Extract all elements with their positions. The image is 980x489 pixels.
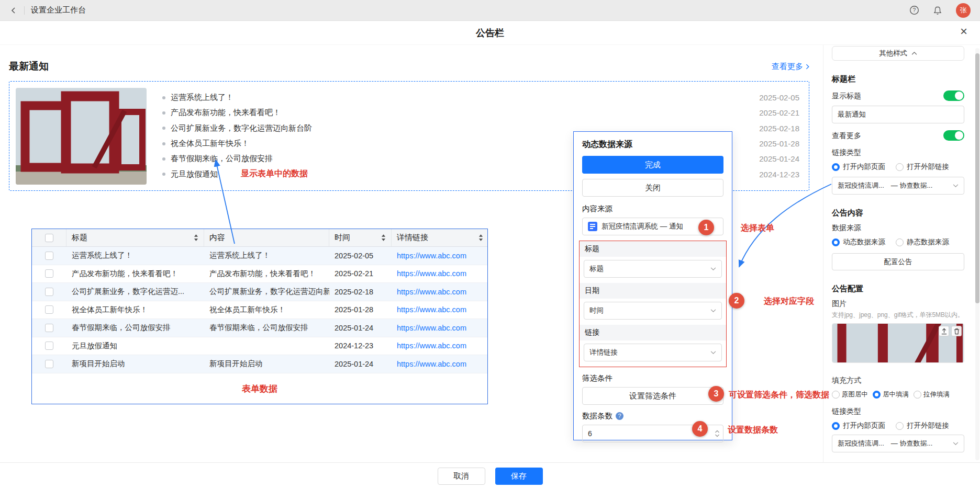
data-source-radios: 动态数据来源 静态数据来源 (832, 237, 964, 247)
row-checkbox[interactable] (45, 269, 53, 278)
cell-content (204, 337, 329, 355)
table-row[interactable]: 新项目开始启动新项目开始启动2025-01-24https://www.abc.… (32, 355, 487, 373)
field-date-select[interactable]: 时间 (584, 302, 722, 320)
radio-fill-center-original[interactable]: 原图居中 (832, 390, 868, 399)
radio-fill-stretch[interactable]: 拉伸填满 (914, 390, 950, 399)
scrollbar-thumb[interactable] (975, 53, 979, 303)
settings-sidebar: 其他样式 标题栏 显示标题 查看更多 链接类型 打开内部页面 打开外部链接 新冠… (823, 45, 973, 462)
radio-off-icon (832, 391, 840, 399)
data-source-label: 数据来源 (832, 223, 964, 232)
cell-link[interactable]: https://www.abc.com (392, 319, 488, 337)
row-checkbox[interactable] (45, 288, 53, 296)
radio-dynamic-source[interactable]: 动态数据来源 (832, 237, 885, 247)
header-content-label: 内容 (209, 233, 225, 243)
show-title-toggle[interactable] (943, 90, 964, 101)
internal-page-select-2[interactable]: 新冠疫情流调... — 协查数据... (832, 435, 964, 452)
radio-open-external[interactable]: 打开外部链接 (896, 162, 949, 172)
sort-icon[interactable] (381, 234, 386, 241)
row-checkbox[interactable] (45, 252, 53, 260)
notice-date: 2025-02-05 (759, 93, 799, 102)
help-icon[interactable]: ? (909, 5, 919, 15)
close-button[interactable]: 关闭 (582, 179, 723, 197)
topbar-right: ? 张 (909, 3, 971, 18)
view-more-link[interactable]: 查看更多 (772, 62, 809, 72)
delete-icon[interactable] (951, 326, 962, 336)
notice-title: 最新通知 (9, 60, 49, 73)
save-button[interactable]: 保存 (495, 468, 543, 485)
radio-static-source[interactable]: 静态数据来源 (896, 237, 949, 247)
radio-on-icon (832, 163, 840, 171)
avatar[interactable]: 张 (956, 3, 971, 18)
content-source-value: 新冠疫情流调系统 — 通知 (602, 222, 683, 231)
radio-label: 打开内部页面 (843, 421, 885, 430)
notice-item[interactable]: 运营系统上线了！2025-02-05 (162, 93, 799, 103)
sort-icon[interactable] (194, 234, 198, 241)
cell-time: 2025-01-24 (329, 319, 392, 337)
cell-link[interactable]: https://www.abc.com (392, 247, 488, 265)
table-row[interactable]: 祝全体员工新年快乐！祝全体员工新年快乐！2025-01-28https://ww… (32, 301, 487, 320)
bell-icon[interactable] (933, 6, 942, 15)
radio-fill-center-full[interactable]: 居中填满 (873, 390, 909, 399)
notice-date: 2025-02-18 (759, 124, 799, 133)
radio-open-external-2[interactable]: 打开外部链接 (896, 421, 949, 430)
cell-link[interactable]: https://www.abc.com (392, 283, 488, 301)
radio-label: 静态数据来源 (907, 237, 949, 247)
cell-link[interactable]: https://www.abc.com (392, 301, 488, 319)
row-checkbox[interactable] (45, 360, 53, 368)
set-filter-button[interactable]: 设置筛选条件 (582, 387, 723, 405)
done-button[interactable]: 完成 (582, 156, 723, 174)
table-row[interactable]: 运营系统上线了！运营系统上线了！2025-02-05https://www.ab… (32, 247, 487, 265)
chevron-down-icon (710, 351, 716, 355)
view-more-label: 查看更多 (772, 62, 803, 72)
cell-title: 新项目开始启动 (66, 355, 204, 373)
row-checkbox[interactable] (45, 305, 53, 314)
field-title-select[interactable]: 标题 (584, 260, 722, 278)
radio-open-internal-2[interactable]: 打开内部页面 (832, 421, 885, 430)
notice-image (16, 88, 147, 185)
cell-link[interactable]: https://www.abc.com (392, 355, 488, 373)
link-type2-radios: 打开内部页面 打开外部链接 (832, 421, 964, 430)
internal-page-select[interactable]: 新冠疫情流调... — 协查数据... (832, 177, 964, 195)
radio-label: 打开内部页面 (843, 162, 885, 172)
sculpture-art (16, 88, 147, 185)
row-checkbox[interactable] (45, 342, 53, 350)
field-link-select[interactable]: 详情链接 (584, 344, 722, 361)
table-row[interactable]: 元旦放假通知2024-12-23https://www.abc.com (32, 337, 487, 356)
header-time-label: 时间 (335, 233, 350, 243)
other-style-collapse[interactable]: 其他样式 (832, 46, 964, 61)
upload-icon[interactable] (939, 326, 949, 336)
help-circle-icon[interactable]: ? (616, 412, 623, 420)
field-mapping-highlight: 标题 标题 日期 时间 链接 详情链接 (579, 241, 727, 367)
notice-item[interactable]: 产品发布新功能，快来看看吧！2025-02-21 (162, 108, 799, 118)
cell-content: 公司扩展新业务，数字化运营迈向新台阶 (204, 283, 329, 301)
select-all-checkbox[interactable] (45, 234, 53, 242)
table-row[interactable]: 产品发布新功能，快来看看吧！产品发布新功能，快来看看吧！2025-02-21ht… (32, 265, 487, 283)
modal-footer: 取消 保存 (0, 462, 980, 489)
thumbnail-actions (939, 326, 962, 336)
table-row[interactable]: 春节假期来临，公司放假安排春节假期来临，公司放假安排2025-01-24http… (32, 319, 487, 337)
show-title-row: 显示标题 (832, 90, 964, 101)
radio-open-internal[interactable]: 打开内部页面 (832, 162, 885, 172)
number-stepper[interactable] (715, 429, 720, 438)
modal-header: 公告栏 × (0, 21, 980, 45)
cell-link[interactable]: https://www.abc.com (392, 265, 488, 283)
view-more-toggle[interactable] (943, 130, 964, 141)
configure-announcement-button[interactable]: 配置公告 (832, 253, 964, 270)
title-input[interactable] (838, 111, 959, 119)
notice-text: 元旦放假通知 (171, 169, 218, 179)
cancel-button[interactable]: 取消 (438, 468, 485, 485)
cell-time: 2025-02-21 (329, 265, 392, 283)
field-date-label: 日期 (580, 283, 726, 299)
row-checkbox[interactable] (45, 324, 53, 332)
cell-checkbox (32, 355, 66, 373)
sort-icon[interactable] (478, 234, 483, 241)
chevron-down-icon (953, 184, 959, 188)
header-content: 内容 (204, 229, 329, 246)
link-type-label: 链接类型 (832, 147, 964, 157)
close-icon[interactable]: × (960, 25, 967, 38)
cell-link[interactable]: https://www.abc.com (392, 337, 488, 355)
header-link-label: 详情链接 (397, 233, 428, 243)
internal-page-value-2: 新冠疫情流调... — 协查数据... (838, 439, 932, 448)
back-button[interactable] (9, 6, 18, 15)
table-row[interactable]: 公司扩展新业务，数字化运营迈...公司扩展新业务，数字化运营迈向新台阶2025-… (32, 283, 487, 301)
